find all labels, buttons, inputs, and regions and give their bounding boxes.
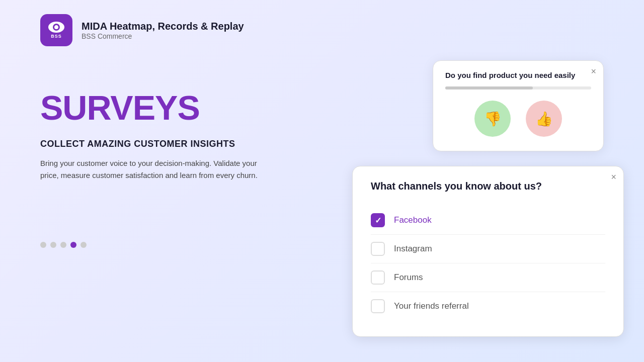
app-name: MIDA Heatmap, Records & Replay [82, 21, 244, 32]
progress-bar-container [445, 86, 591, 89]
dot-4[interactable] [80, 242, 87, 248]
list-item[interactable]: ✓ Facebook [371, 206, 605, 235]
logo-icon [48, 22, 64, 33]
thumbs-down-icon: 👎 [484, 111, 502, 127]
list-item[interactable]: Your friends referral [371, 292, 605, 320]
checkmark-icon: ✓ [375, 216, 381, 225]
card2-question: What channels you know about us? [371, 180, 605, 192]
option-instagram-label: Instagram [394, 244, 432, 254]
checkbox-referral[interactable] [371, 299, 385, 313]
card1-question: Do you find product you need easily [445, 71, 591, 79]
option-forums-label: Forums [394, 273, 423, 283]
dot-1[interactable] [50, 242, 56, 248]
survey-card-thumbs: × Do you find product you need easily 👎 … [433, 60, 604, 151]
checkbox-instagram[interactable] [371, 242, 385, 256]
logo-inner [53, 24, 60, 31]
checkbox-list: ✓ Facebook Instagram Forums Your friends… [371, 206, 605, 320]
header-text: MIDA Heatmap, Records & Replay BSS Comme… [82, 21, 244, 40]
list-item[interactable]: Forums [371, 263, 605, 292]
survey-card-channels: × What channels you know about us? ✓ Fac… [352, 166, 624, 337]
thumbs-up-icon: 👍 [535, 111, 553, 127]
main-content: SURVEYS COLLECT AMAZING CUSTOMER INSIGHT… [0, 60, 644, 248]
app-header: BSS MIDA Heatmap, Records & Replay BSS C… [0, 0, 644, 60]
dot-3-active[interactable] [70, 242, 76, 248]
hero-description: Bring your customer voice to your decisi… [40, 157, 272, 182]
app-logo: BSS [40, 14, 72, 46]
thumbs-container: 👎 👍 [445, 101, 591, 137]
logo-label: BSS [51, 34, 62, 39]
checkbox-facebook[interactable]: ✓ [371, 213, 385, 227]
thumbs-up-button[interactable]: 👍 [526, 101, 562, 137]
option-referral-label: Your friends referral [394, 301, 469, 311]
dot-2[interactable] [60, 242, 66, 248]
thumbs-down-button[interactable]: 👎 [474, 101, 511, 137]
card2-close-button[interactable]: × [611, 172, 616, 182]
company-name: BSS Commerce [82, 32, 244, 40]
checkbox-forums[interactable] [371, 270, 385, 285]
progress-bar-fill [445, 86, 533, 89]
list-item[interactable]: Instagram [371, 235, 605, 263]
card1-close-button[interactable]: × [591, 67, 596, 76]
dot-0[interactable] [40, 242, 46, 248]
option-facebook-label: Facebook [394, 215, 432, 225]
